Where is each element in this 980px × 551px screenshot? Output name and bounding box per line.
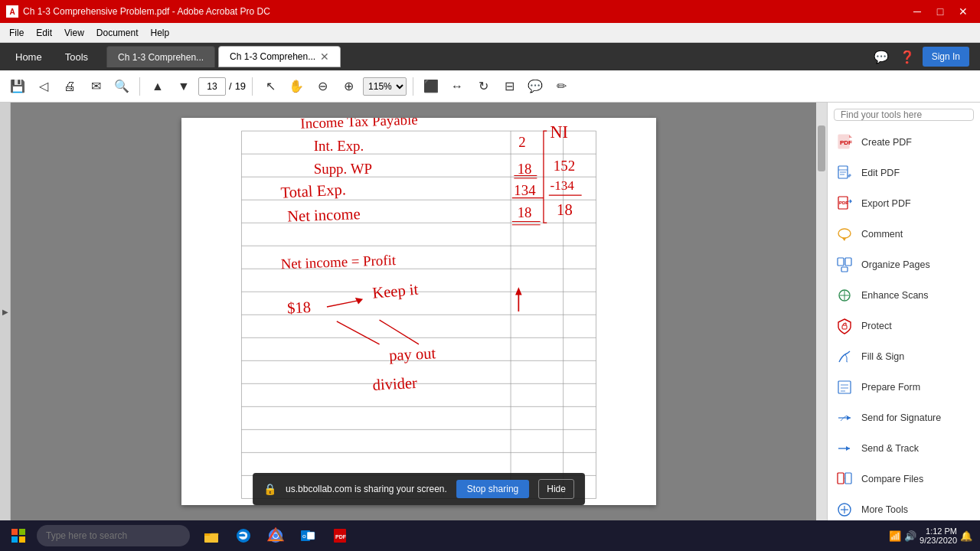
tool-label: Fill & Sign xyxy=(861,351,904,362)
svg-line-44 xyxy=(327,300,360,307)
svg-rect-82 xyxy=(19,529,25,535)
tool-label: Enhance Scans xyxy=(861,290,929,301)
save-button[interactable]: 💾 xyxy=(6,75,29,98)
tool-send-track[interactable]: Send & Track xyxy=(828,433,980,464)
tool-edit-pdf[interactable]: Edit PDF xyxy=(828,158,980,188)
help-icon[interactable]: ❓ xyxy=(897,46,918,67)
prev-page-button[interactable]: ▲ xyxy=(146,75,169,98)
tab-close-icon[interactable]: ✕ xyxy=(320,51,329,63)
page-total: 19 xyxy=(235,80,246,92)
svg-point-60 xyxy=(838,229,851,238)
tool-send-signature[interactable]: Send for Signature xyxy=(828,403,980,433)
comment-tool[interactable]: 💬 xyxy=(524,75,547,98)
split-view-button[interactable]: ⊟ xyxy=(498,75,521,98)
network-icon[interactable]: 📶 xyxy=(889,530,901,542)
tool-prepare-form[interactable]: Prepare Form xyxy=(828,372,980,403)
separator3 xyxy=(413,77,413,96)
menu-view[interactable]: View xyxy=(58,26,90,40)
taskbar-clock[interactable]: 1:12 PM 9/23/2020 xyxy=(920,527,957,545)
tool-enhance-scans[interactable]: Enhance Scans xyxy=(828,280,980,311)
taskbar-acrobat[interactable]: PDF xyxy=(325,520,355,551)
svg-text:18: 18 xyxy=(518,161,532,177)
taskbar-outlook[interactable]: O xyxy=(292,520,323,551)
zoom-out-button[interactable]: ⊖ xyxy=(311,75,334,98)
svg-point-89 xyxy=(273,533,279,539)
organize-pages-icon xyxy=(835,256,854,274)
svg-marker-73 xyxy=(847,416,851,420)
taskbar-chrome[interactable] xyxy=(260,520,291,551)
cursor-tool[interactable]: ↖ xyxy=(259,75,282,98)
menu-edit[interactable]: Edit xyxy=(30,26,58,40)
maximize-button[interactable]: □ xyxy=(929,3,951,20)
svg-text:PDF: PDF xyxy=(839,201,848,205)
pan-tool[interactable]: ✋ xyxy=(285,75,308,98)
sys-tray: 📶 🔊 xyxy=(889,530,916,542)
zoom-select[interactable]: 115% 100% 125% 150% xyxy=(363,77,407,96)
prepare-form-icon xyxy=(835,378,854,396)
menu-help[interactable]: Help xyxy=(145,26,176,40)
volume-icon[interactable]: 🔊 xyxy=(904,530,916,542)
send-signature-icon xyxy=(835,409,854,427)
print-button[interactable]: 🖨 xyxy=(58,75,81,98)
hide-button[interactable]: Hide xyxy=(538,479,574,499)
svg-rect-91 xyxy=(301,530,310,541)
notifications-icon[interactable]: 🔔 xyxy=(960,530,972,542)
minimize-button[interactable]: ─ xyxy=(906,3,928,20)
tool-fill-sign[interactable]: Fill & Sign xyxy=(828,341,980,372)
scrollbar-thumb[interactable] xyxy=(818,126,825,171)
svg-marker-42 xyxy=(515,287,522,295)
nav-tools[interactable]: Tools xyxy=(54,48,99,66)
taskbar-right: 📶 🔊 1:12 PM 9/23/2020 🔔 xyxy=(889,527,977,545)
fit-page-button[interactable]: ⬛ xyxy=(420,75,443,98)
page-nav: 13 / 19 xyxy=(198,77,246,96)
stop-sharing-button[interactable]: Stop sharing xyxy=(456,480,529,498)
left-panel-toggle[interactable]: ▶ xyxy=(0,103,11,520)
menu-file[interactable]: File xyxy=(3,26,30,40)
svg-text:Keep it: Keep it xyxy=(371,281,419,302)
tools-search-input[interactable] xyxy=(834,109,974,121)
taskbar-file-explorer[interactable] xyxy=(196,520,227,551)
svg-marker-74 xyxy=(846,446,850,451)
draw-tool[interactable]: ✏ xyxy=(550,75,573,98)
tool-comment[interactable]: Comment xyxy=(828,219,980,249)
right-panel: PDF Create PDF Edit PDF PDF Export PDF C… xyxy=(827,103,980,520)
tool-organize-pages[interactable]: Organize Pages xyxy=(828,249,980,280)
tab-ch13-second[interactable]: Ch 1-3 Comprehen... ✕ xyxy=(218,46,341,67)
tool-label: Create PDF xyxy=(861,137,912,148)
next-page-button[interactable]: ▼ xyxy=(172,75,195,98)
enhance-scans-icon xyxy=(835,286,854,305)
svg-text:134: 134 xyxy=(514,182,536,198)
pdf-scrollbar[interactable] xyxy=(816,103,827,520)
sharing-message: us.bbcollab.com is sharing your screen. xyxy=(286,484,447,494)
taskbar-edge[interactable] xyxy=(228,520,259,551)
previous-view-button[interactable]: ◁ xyxy=(32,75,55,98)
comment-chat-icon[interactable]: 💬 xyxy=(871,46,892,67)
svg-rect-84 xyxy=(19,536,25,543)
start-button[interactable] xyxy=(3,520,34,551)
fit-width-button[interactable]: ↔ xyxy=(446,75,469,98)
tool-compare-files[interactable]: Compare Files xyxy=(828,464,980,494)
nav-home[interactable]: Home xyxy=(5,48,53,66)
search-button[interactable]: 🔍 xyxy=(110,75,133,98)
tool-protect[interactable]: Protect xyxy=(828,311,980,341)
email-button[interactable]: ✉ xyxy=(84,75,107,98)
svg-text:-134: -134 xyxy=(550,178,575,193)
svg-text:PDF: PDF xyxy=(335,534,347,540)
tool-more-tools[interactable]: More Tools xyxy=(828,494,980,520)
taskbar-search-input[interactable] xyxy=(37,525,190,546)
menu-document[interactable]: Document xyxy=(90,26,145,40)
nav-bar: Home Tools Ch 1-3 Comprehen... Ch 1-3 Co… xyxy=(0,43,980,70)
tool-create-pdf[interactable]: PDF Create PDF xyxy=(828,127,980,158)
sign-in-button[interactable]: Sign In xyxy=(923,47,969,67)
svg-rect-64 xyxy=(841,267,848,272)
toolbar: 💾 ◁ 🖨 ✉ 🔍 ▲ ▼ 13 / 19 ↖ ✋ ⊖ ⊕ 115% 100% … xyxy=(0,70,980,103)
close-button[interactable]: ✕ xyxy=(952,3,974,20)
rotate-button[interactable]: ↻ xyxy=(472,75,495,98)
zoom-in-button[interactable]: ⊕ xyxy=(337,75,360,98)
tool-export-pdf[interactable]: PDF Export PDF xyxy=(828,188,980,219)
page-number-input[interactable]: 13 xyxy=(198,77,226,96)
tool-label: Send & Track xyxy=(861,443,919,454)
svg-text:152: 152 xyxy=(554,158,575,174)
separator2 xyxy=(252,77,253,96)
tab-ch13-first[interactable]: Ch 1-3 Comprehen... xyxy=(106,46,215,67)
